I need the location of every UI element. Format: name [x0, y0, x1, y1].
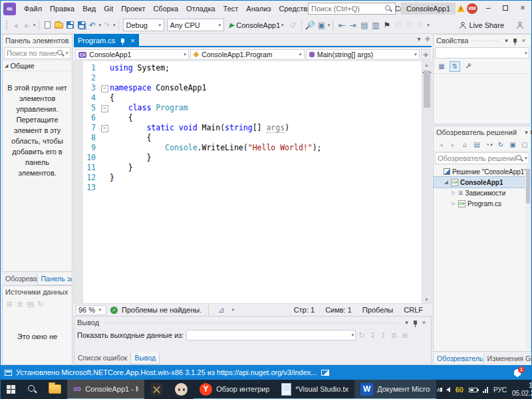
redo-icon[interactable]: ↷ — [102, 19, 112, 32]
scroll-up-icon[interactable]: ▲ — [422, 63, 431, 67]
menu-item-7[interactable]: Тест — [219, 1, 243, 17]
taskbar-yandex-button[interactable]: YОбзор интегриров... — [194, 380, 275, 399]
redo-dropdown-icon[interactable]: ▾ — [113, 23, 116, 28]
tab-program-cs[interactable]: Program.cs × — [74, 34, 139, 47]
show-all-files-icon[interactable]: ▢ — [519, 140, 530, 150]
decrease-indent-icon[interactable]: ⇤ — [336, 19, 346, 32]
solution-explorer-menu-icon[interactable]: ▾ — [525, 126, 528, 138]
clear-bookmarks-icon[interactable]: ⚐ — [416, 19, 426, 32]
output-source-dropdown[interactable]: ▾ — [186, 330, 356, 340]
output-title-bar[interactable]: Вывод ▾ × — [74, 317, 431, 329]
taskbar-vs-button[interactable]: ∞ConsoleApp1 - Mic... — [67, 380, 144, 399]
add-source-icon[interactable]: ⊞ — [7, 300, 13, 309]
goto-prev-icon[interactable]: ↥ — [380, 331, 386, 340]
navigate-back-icon[interactable]: ◂ — [11, 19, 21, 32]
refresh-icon[interactable]: ↻ — [495, 140, 506, 150]
solution-explorer-scrollbar[interactable] — [525, 166, 531, 349]
network-icon[interactable] — [483, 386, 488, 393]
toolbox-group-header[interactable]: ◢ Общие — [3, 60, 72, 71]
expanded-expander-icon[interactable]: ◢ — [444, 180, 449, 185]
categorized-icon[interactable]: ▦ — [436, 61, 447, 72]
back-icon[interactable]: ◂ — [436, 140, 446, 150]
toolbox-title-bar[interactable]: Панель элементов ▾ × — [3, 35, 72, 47]
taskbar-game-button[interactable] — [144, 380, 169, 399]
tab-server-explorer[interactable]: Обозревате... — [2, 273, 37, 285]
collapsed-expander-icon[interactable]: ▷ — [451, 201, 456, 206]
maximize-button[interactable] — [497, 1, 514, 17]
tree-item-1[interactable]: ◢C#ConsoleApp1 — [434, 177, 531, 188]
clear-output-icon[interactable]: ≣ — [391, 331, 397, 340]
fold-marker-icon[interactable] — [100, 103, 110, 113]
collapsed-expander-icon[interactable]: ▷ — [451, 190, 456, 196]
nest-files-icon[interactable]: ▣ — [507, 140, 518, 150]
prev-bookmark-icon[interactable]: ⚐ — [393, 19, 403, 32]
undo-icon[interactable]: ↶ — [88, 19, 98, 32]
menu-item-3[interactable]: Git — [100, 1, 117, 17]
output-close-icon[interactable]: × — [420, 317, 428, 329]
menu-item-5[interactable]: Сборка — [149, 1, 182, 17]
taskbar-search-button[interactable] — [21, 380, 43, 399]
window-list-icon[interactable]: ▾ — [418, 35, 421, 43]
find-message-icon[interactable]: ↻ — [358, 331, 364, 340]
notifications-bell-icon[interactable]: 1 — [514, 369, 521, 376]
fold-marker-icon[interactable] — [100, 123, 110, 133]
taskbar-word-button[interactable]: WДокумент Microso... — [354, 380, 436, 399]
menu-item-2[interactable]: Вид — [78, 1, 100, 17]
platform-dropdown[interactable]: Any CPU▾ — [167, 19, 224, 31]
volume-icon[interactable] — [446, 387, 450, 392]
tab-error-list[interactable]: Список ошибок — [74, 352, 130, 364]
zoom-dropdown[interactable]: 96 %▾ — [76, 305, 106, 315]
scrollbar-thumb[interactable] — [526, 169, 530, 203]
user-avatar[interactable]: ИМ — [467, 3, 477, 14]
tab-git-changes[interactable]: Изменения Git — п... — [484, 353, 531, 365]
properties-title-bar[interactable]: Свойства ▾ × — [434, 35, 531, 47]
taskbar-isaac-button[interactable] — [169, 380, 194, 399]
tree-item-2[interactable]: ▷≣Зависимости — [434, 188, 531, 198]
hot-reload-icon[interactable]: ↺ — [288, 19, 298, 32]
code-editor[interactable]: 1using System;23namespace ConsoleApp14{5… — [74, 61, 432, 304]
nav-dropdown-icon[interactable]: ▾ — [33, 23, 36, 28]
forward-icon[interactable]: ▸ — [448, 140, 458, 150]
quick-search-input[interactable]: Поиск (Ctrl+Q) — [308, 3, 396, 15]
member-dropdown[interactable]: Main(string[] args)▾ — [306, 49, 420, 60]
menu-item-4[interactable]: Проект — [117, 1, 149, 17]
tab-solution-explorer[interactable]: Обозреватель реше... — [433, 353, 484, 365]
properties-close-icon[interactable]: × — [519, 35, 528, 47]
tree-item-0[interactable]: Решение "ConsoleApp1" (проекты: 1 из 1) — [434, 166, 531, 177]
health-check-icon[interactable]: ✓ — [110, 307, 118, 314]
battery-icon[interactable] — [469, 388, 477, 392]
increase-indent-icon[interactable]: ⇥ — [348, 19, 358, 32]
menu-item-0[interactable]: Файл — [20, 1, 46, 17]
diff-icon[interactable]: ⊿ — [216, 305, 226, 315]
toolbox-search-input[interactable]: Поиск по панели элемен ▾ — [4, 47, 70, 59]
properties-object-dropdown[interactable]: ▾ — [435, 47, 529, 59]
refresh-icon[interactable]: ↻ — [38, 300, 44, 309]
undo-dropdown-icon[interactable]: ▾ — [99, 23, 102, 28]
comment-icon[interactable]: ▤ — [359, 19, 369, 32]
data-sources-title-bar[interactable]: Источники данных ▾ × — [3, 286, 72, 298]
taskbar-notepad-button[interactable]: *Visual Studio.txt – ... — [275, 380, 354, 399]
output-menu-icon[interactable]: ▾ — [402, 317, 411, 329]
menu-item-1[interactable]: Правка — [46, 1, 78, 17]
scrollbar-thumb[interactable] — [424, 70, 430, 108]
language-indicator[interactable]: РУС — [493, 386, 507, 394]
live-preview-icon[interactable]: ▣ — [317, 19, 327, 32]
edit-source-icon[interactable]: ≣ — [17, 300, 23, 309]
output-pin-icon[interactable] — [412, 320, 418, 328]
editor-scrollbar[interactable]: ▲ ▼ — [422, 61, 431, 303]
project-dropdown[interactable]: C# ConsoleApp1▾ — [75, 49, 189, 60]
minimize-button[interactable]: – — [479, 1, 497, 17]
toolbar-grip[interactable] — [5, 20, 8, 31]
save-all-icon[interactable] — [76, 19, 86, 32]
switch-views-icon[interactable]: ▤ — [471, 140, 482, 150]
menu-item-6[interactable]: Отладка — [182, 1, 219, 17]
word-wrap-icon[interactable]: ⊞ — [402, 331, 408, 340]
new-file-icon[interactable] — [43, 19, 53, 32]
solution-name-badge[interactable]: ConsoleApp1 — [401, 3, 456, 15]
configure-icon[interactable]: ▤ — [27, 300, 33, 309]
tab-toolbox[interactable]: Панель эле... — [37, 273, 72, 285]
fold-marker-icon[interactable] — [100, 83, 110, 93]
split-editor-icon[interactable]: ✛ — [421, 49, 430, 60]
configuration-dropdown[interactable]: Debug▾ — [123, 19, 164, 31]
open-file-icon[interactable] — [54, 19, 64, 32]
